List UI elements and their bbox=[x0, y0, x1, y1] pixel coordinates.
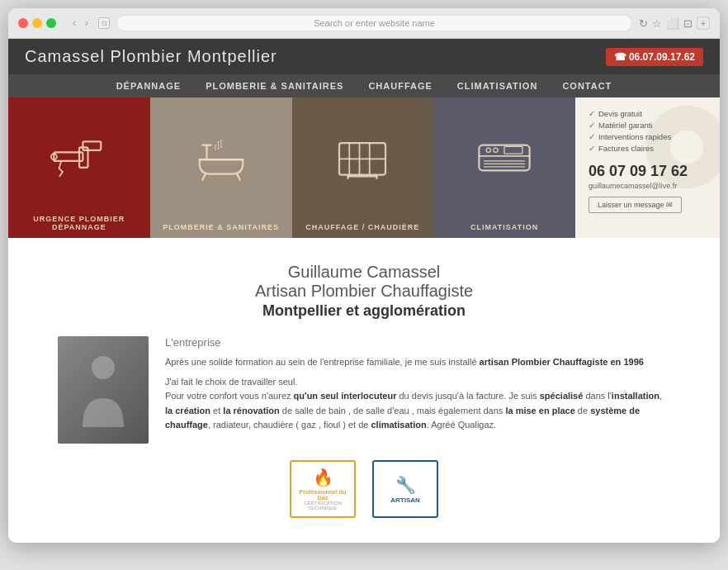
address-bar[interactable]: Search or enter website name bbox=[116, 15, 632, 31]
hero-cell-plomberie[interactable]: PLOMBERIE & SANITAIRES bbox=[150, 97, 292, 238]
check-icon-1: ✓ bbox=[589, 109, 595, 118]
svg-line-5 bbox=[59, 172, 63, 176]
svg-rect-2 bbox=[83, 141, 101, 150]
about-para-2: J'ai fait le choix de travailler seul. P… bbox=[165, 375, 670, 433]
maximize-button[interactable] bbox=[46, 18, 56, 28]
back-button[interactable]: ‹ bbox=[69, 16, 79, 31]
svg-line-3 bbox=[59, 161, 61, 169]
hero-label-urgence: URGENCE PLOMBIER DÉPANNAGE bbox=[8, 215, 150, 231]
about-section: Guillaume Camassel Artisan Plombier Chau… bbox=[8, 238, 720, 543]
hero-cell-climatisation[interactable]: CLIMATISATION bbox=[433, 97, 575, 238]
hero-label-chauffage: CHAUFFAGE / CHAUDIÈRE bbox=[305, 223, 419, 231]
traffic-lights bbox=[18, 18, 56, 28]
share-icon[interactable]: ⬜ bbox=[666, 17, 679, 30]
checklist-item-3: ✓ Interventions rapides bbox=[589, 132, 688, 141]
extensions-icon[interactable]: ⊡ bbox=[683, 17, 693, 30]
svg-point-28 bbox=[486, 148, 490, 152]
svg-line-9 bbox=[237, 174, 240, 180]
check-icon-2: ✓ bbox=[589, 121, 595, 130]
svg-point-31 bbox=[92, 356, 115, 379]
close-button[interactable] bbox=[18, 18, 28, 28]
check-icon-3: ✓ bbox=[589, 132, 595, 141]
sidebar-content: ✓ Devis gratuit ✓ Matériel garanti ✓ Int… bbox=[589, 109, 688, 213]
hero-cell-chauffage[interactable]: CHAUFFAGE / CHAUDIÈRE bbox=[292, 97, 434, 238]
nav-item-climatisation[interactable]: CLIMATISATION bbox=[457, 81, 538, 91]
about-title-line1: Guillaume Camassel Artisan Plombier Chau… bbox=[58, 263, 670, 301]
forward-button[interactable]: › bbox=[82, 16, 92, 31]
minimize-button[interactable] bbox=[32, 18, 42, 28]
check-icon-4: ✓ bbox=[589, 144, 595, 153]
checklist-item-1: ✓ Devis gratuit bbox=[589, 109, 688, 118]
checklist: ✓ Devis gratuit ✓ Matériel garanti ✓ Int… bbox=[589, 109, 688, 153]
hero-sidebar: ✓ Devis gratuit ✓ Matériel garanti ✓ Int… bbox=[575, 97, 720, 238]
logos-row: 🔥 Professionnel du Gaz CERTIFICATION TEC… bbox=[58, 444, 670, 526]
svg-line-8 bbox=[202, 174, 206, 180]
logo-gaz: 🔥 Professionnel du Gaz CERTIFICATION TEC… bbox=[290, 460, 356, 518]
site-nav: DÉPANNAGE PLOMBERIE & SANITAIRES CHAUFFA… bbox=[8, 74, 720, 97]
message-button[interactable]: Laisser un message ✉ bbox=[589, 197, 682, 213]
bookmark-icon[interactable]: ☆ bbox=[652, 17, 662, 30]
browser-titlebar: ‹ › ⊡ Search or enter website name ↻ ☆ ⬜… bbox=[8, 8, 720, 39]
artisan-icon: 🔧 bbox=[395, 475, 416, 495]
phone-badge[interactable]: ☎ 06.07.09.17.62 bbox=[606, 48, 703, 66]
sidebar-email[interactable]: guillaumecamassel@live.fr bbox=[589, 182, 688, 190]
browser-window: ‹ › ⊡ Search or enter website name ↻ ☆ ⬜… bbox=[8, 8, 720, 543]
logo-artisan: 🔧 ARTISAN bbox=[372, 460, 438, 518]
nav-item-depannage[interactable]: DÉPANNAGE bbox=[116, 81, 181, 91]
nav-item-contact[interactable]: CONTACT bbox=[562, 81, 612, 91]
window-mode-button[interactable]: ⊡ bbox=[98, 17, 110, 29]
checklist-item-4: ✓ Factures claires bbox=[589, 144, 688, 153]
svg-point-29 bbox=[494, 148, 498, 152]
flame-icon: 🔥 bbox=[313, 468, 333, 487]
nav-item-plomberie[interactable]: PLOMBERIE & SANITAIRES bbox=[206, 81, 343, 91]
about-text: L'entreprise Après une solide formation … bbox=[165, 336, 670, 444]
section-title: L'entreprise bbox=[165, 336, 670, 349]
svg-rect-30 bbox=[504, 146, 522, 154]
website-content: Camassel Plombier Montpellier ☎ 06.07.09… bbox=[8, 39, 720, 543]
about-body: L'entreprise Après une solide formation … bbox=[58, 336, 670, 444]
site-header: Camassel Plombier Montpellier ☎ 06.07.09… bbox=[8, 39, 720, 74]
logo-gaz-label2: CERTIFICATION TECHNIQUE bbox=[296, 501, 349, 511]
hero-cell-urgence[interactable]: URGENCE PLOMBIER DÉPANNAGE bbox=[8, 97, 150, 238]
svg-line-4 bbox=[59, 169, 62, 172]
hero-label-plomberie: PLOMBERIE & SANITAIRES bbox=[163, 223, 279, 231]
site-title: Camassel Plombier Montpellier bbox=[25, 47, 277, 66]
about-title-line3: Montpellier et agglomération bbox=[58, 302, 670, 320]
logo-artisan-label: ARTISAN bbox=[390, 496, 420, 504]
nav-item-chauffage[interactable]: CHAUFFAGE bbox=[368, 81, 432, 91]
photo-placeholder bbox=[58, 336, 149, 444]
sidebar-phone[interactable]: 06 07 09 17 62 bbox=[589, 163, 688, 180]
nav-arrows: ‹ › bbox=[69, 16, 92, 31]
new-tab-button[interactable]: + bbox=[697, 17, 710, 30]
hero-label-climatisation: CLIMATISATION bbox=[470, 223, 538, 231]
about-para-1: Après une solide formation au sein de l'… bbox=[165, 355, 670, 370]
browser-actions: ↻ ☆ ⬜ ⊡ + bbox=[639, 17, 710, 30]
hero-grid: URGENCE PLOMBIER DÉPANNAGE bbox=[8, 97, 720, 238]
logo-gaz-label1: Professionnel du Gaz bbox=[296, 489, 349, 501]
about-photo bbox=[58, 336, 149, 444]
refresh-icon[interactable]: ↻ bbox=[639, 17, 648, 30]
checklist-item-2: ✓ Matériel garanti bbox=[589, 121, 688, 130]
